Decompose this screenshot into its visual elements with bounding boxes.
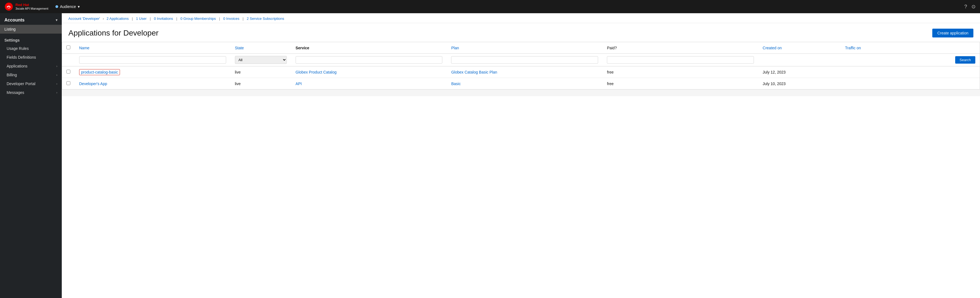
breadcrumb: Account 'Developer' › 2 Applications | 1… xyxy=(62,13,980,23)
topnav-right: ? ⊙ xyxy=(964,3,975,10)
filter-created-cell xyxy=(758,54,841,67)
sidebar-listing-label: Listing xyxy=(5,27,16,32)
breadcrumb-account-link[interactable]: Account 'Developer' xyxy=(68,16,100,21)
col-state-link[interactable]: State xyxy=(235,46,244,50)
row-name-cell: Developer's App xyxy=(75,78,231,89)
sidebar-messages-label: Messages xyxy=(6,90,24,95)
row-name-link-1[interactable]: Developer's App xyxy=(79,81,107,86)
row-name-cell: product-catalog-basic xyxy=(75,67,231,78)
filter-service-input[interactable] xyxy=(296,56,442,63)
table-body: product-catalog-basicliveGlobex Product … xyxy=(62,67,980,89)
breadcrumb-applications-link[interactable]: 2 Applications xyxy=(107,16,129,21)
breadcrumb-service-subscriptions-link[interactable]: 2 Service Subscriptions xyxy=(247,16,284,21)
create-application-button[interactable]: Create application xyxy=(932,29,974,38)
page-header: Applications for Developer Create applic… xyxy=(62,23,980,42)
filter-search-cell: Search xyxy=(904,54,980,67)
audience-menu-button[interactable]: Audience ▾ xyxy=(52,3,82,11)
col-name: Name xyxy=(75,42,231,54)
row-traffic-cell xyxy=(840,67,904,78)
filter-name-cell xyxy=(75,54,231,67)
breadcrumb-pipe-3: | xyxy=(176,16,177,21)
sidebar-accounts-section[interactable]: Accounts ▾ xyxy=(0,13,62,25)
sidebar-item-messages[interactable]: Messages › xyxy=(0,88,62,97)
breadcrumb-pipe-4: | xyxy=(219,16,220,21)
row-checkbox-cell xyxy=(62,78,75,89)
accounts-chevron-icon: ▾ xyxy=(56,18,57,22)
breadcrumb-sep-1: › xyxy=(103,16,104,21)
filter-paid-cell xyxy=(603,54,758,67)
audience-label: Audience xyxy=(60,5,76,9)
billing-arrow-icon: › xyxy=(56,73,57,76)
col-traffic-on: Traffic on xyxy=(840,42,904,54)
breadcrumb-invoices-link[interactable]: 0 Invoices xyxy=(223,16,240,21)
breadcrumb-group-memberships-link[interactable]: 0 Group Memberships xyxy=(180,16,216,21)
row-service-link-0[interactable]: Globex Product Catalog xyxy=(296,70,337,74)
filter-state-select[interactable]: All xyxy=(235,56,287,64)
sidebar-settings-title: Settings xyxy=(0,33,62,44)
row-plan-link-0[interactable]: Globex Catalog Basic Plan xyxy=(451,70,497,74)
breadcrumb-user-link[interactable]: 1 User xyxy=(136,16,146,21)
applications-table-wrapper: Name State Service Plan Paid? Crea xyxy=(62,42,980,89)
applications-arrow-icon: › xyxy=(56,65,57,68)
user-icon[interactable]: ⊙ xyxy=(972,3,975,10)
row-paid-cell: free xyxy=(603,78,758,89)
applications-table: Name State Service Plan Paid? Crea xyxy=(62,42,980,89)
top-navigation: Red Hat 3scale API Management Audience ▾… xyxy=(0,0,980,13)
sidebar: Accounts ▾ Listing Settings Usage Rules … xyxy=(0,13,62,298)
sidebar-usage-rules-label: Usage Rules xyxy=(6,46,29,51)
row-traffic-cell xyxy=(840,78,904,89)
filter-paid-input[interactable] xyxy=(607,56,754,63)
brand-sub: 3scale API Management xyxy=(16,7,48,11)
sidebar-billing-label: Billing xyxy=(6,73,17,77)
redhat-logo-icon xyxy=(5,2,13,11)
table-section: Name State Service Plan Paid? Crea xyxy=(62,42,980,96)
sidebar-item-usage-rules[interactable]: Usage Rules xyxy=(0,44,62,53)
page-title: Applications for Developer xyxy=(68,29,159,38)
sidebar-item-billing[interactable]: Billing › xyxy=(0,70,62,79)
row-plan-link-1[interactable]: Basic xyxy=(451,81,460,86)
sidebar-item-fields-definitions[interactable]: Fields Definitions xyxy=(0,53,62,62)
select-all-cell xyxy=(62,42,75,54)
col-created-on: Created on xyxy=(758,42,841,54)
row-actions-cell xyxy=(904,67,980,78)
row-checkbox-1[interactable] xyxy=(67,81,70,85)
row-service-link-1[interactable]: API xyxy=(296,81,302,86)
row-created-cell: July 12, 2023 xyxy=(758,67,841,78)
breadcrumb-pipe-5: | xyxy=(243,16,243,21)
sidebar-item-developer-portal[interactable]: Developer Portal › xyxy=(0,79,62,88)
row-service-cell: API xyxy=(291,78,447,89)
layout: Accounts ▾ Listing Settings Usage Rules … xyxy=(0,13,980,298)
col-plan-link[interactable]: Plan xyxy=(451,46,459,50)
help-icon[interactable]: ? xyxy=(964,4,967,10)
filter-plan-input[interactable] xyxy=(451,56,598,63)
row-name-link-0[interactable]: product-catalog-basic xyxy=(79,69,120,75)
col-name-link[interactable]: Name xyxy=(79,46,89,50)
col-paid: Paid? xyxy=(603,42,758,54)
sidebar-item-applications[interactable]: Applications › xyxy=(0,62,62,70)
search-button[interactable]: Search xyxy=(955,56,975,63)
sidebar-item-listing[interactable]: Listing xyxy=(0,25,62,33)
row-checkbox-cell xyxy=(62,67,75,78)
col-service: Service xyxy=(291,42,447,54)
col-traffic-on-link[interactable]: Traffic on xyxy=(845,46,861,50)
sidebar-fields-definitions-label: Fields Definitions xyxy=(6,55,36,60)
audience-dot-icon xyxy=(56,5,58,8)
topnav-left: Red Hat 3scale API Management Audience ▾ xyxy=(5,2,83,11)
filter-checkbox-cell xyxy=(62,54,75,67)
select-all-checkbox[interactable] xyxy=(67,46,70,49)
row-plan-cell: Globex Catalog Basic Plan xyxy=(447,67,603,78)
filter-name-input[interactable] xyxy=(79,56,226,63)
filter-state-cell: All xyxy=(231,54,291,67)
col-created-on-link[interactable]: Created on xyxy=(763,46,782,50)
col-plan: Plan xyxy=(447,42,603,54)
brand-logo-area: Red Hat 3scale API Management xyxy=(5,2,48,11)
table-row: product-catalog-basicliveGlobex Product … xyxy=(62,67,980,78)
table-row: Developer's AppliveAPIBasicfreeJuly 10, … xyxy=(62,78,980,89)
sidebar-applications-label: Applications xyxy=(6,64,27,68)
table-header-row: Name State Service Plan Paid? Crea xyxy=(62,42,980,54)
row-created-cell: July 10, 2023 xyxy=(758,78,841,89)
sidebar-accounts-label: Accounts xyxy=(5,17,25,22)
breadcrumb-invitations-link[interactable]: 0 Invitations xyxy=(154,16,173,21)
row-checkbox-0[interactable] xyxy=(67,70,70,73)
filter-service-cell xyxy=(291,54,447,67)
